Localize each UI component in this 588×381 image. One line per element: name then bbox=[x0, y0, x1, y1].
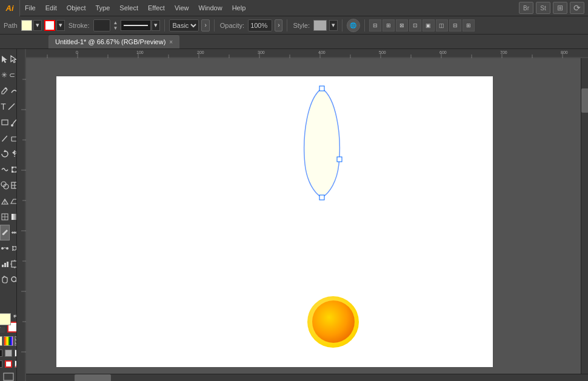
stroke-stepper[interactable]: ▲ ▼ bbox=[113, 20, 118, 31]
canvas-area[interactable]: 0 100 200 300 400 500 bbox=[17, 49, 588, 381]
align-icon-3[interactable]: ⊠ bbox=[396, 19, 408, 31]
mesh-tool[interactable] bbox=[0, 209, 10, 225]
fill-color-swatch[interactable] bbox=[21, 20, 32, 31]
svg-point-29 bbox=[2, 233, 5, 236]
color-area: ⇄ ⬛ bbox=[0, 310, 17, 370]
warp-tools-row bbox=[0, 162, 16, 177]
fill-stroke-icon[interactable] bbox=[0, 360, 2, 368]
opacity-input[interactable] bbox=[248, 19, 272, 31]
stroke-color-swatch[interactable] bbox=[44, 20, 55, 31]
rotate-tools-row bbox=[0, 146, 16, 162]
svg-point-35 bbox=[6, 247, 8, 250]
shape-builder-tool[interactable] bbox=[0, 177, 10, 193]
main-layout: ✳ ⊂ T bbox=[0, 49, 588, 381]
menu-type[interactable]: Type bbox=[91, 0, 115, 16]
hand-tool[interactable] bbox=[0, 272, 10, 288]
svg-rect-50 bbox=[4, 373, 13, 380]
rectangle-tool[interactable] bbox=[0, 114, 10, 130]
menu-view[interactable]: View bbox=[170, 0, 194, 16]
align-icon-8[interactable]: ⊞ bbox=[463, 19, 475, 31]
fill-dropdown-arrow[interactable]: ▾ bbox=[33, 20, 42, 31]
menu-object[interactable]: Object bbox=[62, 0, 91, 16]
line-tool[interactable] bbox=[7, 99, 16, 114]
blend-tool[interactable] bbox=[0, 240, 10, 256]
fill-stroke-swatches bbox=[0, 360, 17, 368]
perspective-tool[interactable] bbox=[0, 193, 10, 209]
left-toolbar: ✳ ⊂ T bbox=[0, 49, 17, 381]
zoom-tool[interactable] bbox=[10, 272, 17, 288]
artboard-tool[interactable] bbox=[10, 256, 17, 272]
gradient-tool[interactable] bbox=[10, 209, 17, 225]
type-tool[interactable]: T bbox=[0, 99, 7, 114]
lasso-tool[interactable]: ⊂ bbox=[8, 67, 17, 83]
anchor-bottom bbox=[319, 195, 324, 200]
style-dropdown-arrow[interactable]: ▾ bbox=[329, 20, 338, 31]
reflect-tool[interactable] bbox=[10, 146, 17, 162]
scroll-bottom[interactable] bbox=[26, 374, 588, 381]
stroke-dropdown-arrow[interactable]: ▾ bbox=[56, 20, 65, 31]
align-icon-5[interactable]: ▣ bbox=[423, 19, 435, 31]
svg-rect-80 bbox=[17, 49, 26, 381]
align-icon-6[interactable]: ◫ bbox=[436, 19, 448, 31]
screen-mode-btn[interactable] bbox=[3, 373, 14, 381]
fill-swatch[interactable] bbox=[0, 313, 11, 325]
warp-tool[interactable] bbox=[0, 162, 10, 177]
eyedropper-tool[interactable] bbox=[0, 225, 10, 240]
menu-help[interactable]: Help bbox=[227, 0, 251, 16]
magic-wand-tool[interactable]: ✳ bbox=[0, 67, 8, 83]
opacity-more-btn[interactable]: › bbox=[275, 19, 282, 31]
color-mode-buttons bbox=[0, 336, 17, 346]
symbol-spray-tool[interactable] bbox=[10, 240, 17, 256]
menu-effect[interactable]: Effect bbox=[143, 0, 170, 16]
perspective-select-tool[interactable] bbox=[10, 193, 17, 209]
menu-file[interactable]: File bbox=[20, 0, 41, 16]
color-mode-btn[interactable] bbox=[0, 336, 2, 346]
pencil-tool[interactable] bbox=[0, 130, 10, 146]
tab-close-btn[interactable]: × bbox=[169, 39, 173, 45]
svg-rect-41 bbox=[4, 263, 6, 267]
menu-edit[interactable]: Edit bbox=[41, 0, 62, 16]
stroke-width-input[interactable] bbox=[93, 19, 110, 31]
tab-title: Untitled-1* @ 66.67% (RGB/Preview) bbox=[55, 38, 165, 45]
rotate-tool[interactable] bbox=[0, 146, 10, 162]
opacity-preset-select[interactable]: Basic bbox=[169, 19, 199, 31]
default-colors-icon[interactable]: ⬛ bbox=[0, 327, 5, 333]
curvature-tool[interactable] bbox=[10, 83, 17, 99]
measure-tool[interactable] bbox=[10, 225, 17, 240]
free-transform-tool[interactable] bbox=[10, 162, 17, 177]
stroke-preset-dropdown[interactable]: ▾ bbox=[121, 20, 160, 31]
document-tab[interactable]: Untitled-1* @ 66.67% (RGB/Preview) × bbox=[48, 35, 179, 48]
align-icon-1[interactable]: ⊟ bbox=[369, 19, 381, 31]
svg-rect-43 bbox=[12, 261, 17, 267]
gradient-mode-btn[interactable] bbox=[4, 336, 13, 346]
sync-settings-icon[interactable]: ⟳ bbox=[570, 2, 584, 14]
align-icon-4[interactable]: ⊡ bbox=[409, 19, 421, 31]
column-graph-tool[interactable] bbox=[0, 256, 10, 272]
align-icon-2[interactable]: ⊞ bbox=[383, 19, 395, 31]
grey-swatch[interactable] bbox=[5, 350, 12, 357]
bridge-icon[interactable]: Br bbox=[519, 2, 533, 14]
svg-text:500: 500 bbox=[379, 50, 386, 55]
menu-window[interactable]: Window bbox=[194, 0, 227, 16]
stock-icon[interactable]: St bbox=[536, 2, 550, 14]
eraser-tool[interactable] bbox=[10, 130, 17, 146]
circle-orange-shape[interactable] bbox=[312, 300, 355, 343]
style-color-swatch[interactable] bbox=[313, 20, 327, 31]
stroke-preset-arrow[interactable]: ▾ bbox=[152, 20, 160, 31]
paintbrush-tool[interactable] bbox=[10, 114, 17, 130]
creative-cloud-icon[interactable]: 🌐 bbox=[347, 19, 360, 32]
scroll-right[interactable] bbox=[581, 58, 588, 381]
stroke-icon[interactable] bbox=[5, 360, 12, 368]
align-icon-7[interactable]: ⊟ bbox=[449, 19, 461, 31]
canvas-content[interactable] bbox=[26, 58, 588, 381]
direct-select-tool[interactable] bbox=[10, 51, 17, 67]
svg-text:100: 100 bbox=[136, 50, 144, 55]
leaf-svg[interactable] bbox=[296, 85, 350, 219]
menu-select[interactable]: Select bbox=[115, 0, 143, 16]
black-swatch[interactable] bbox=[0, 350, 2, 357]
workspace-switcher-icon[interactable]: ⊞ bbox=[553, 2, 567, 14]
live-paint-tool[interactable] bbox=[10, 177, 17, 193]
select-tool[interactable] bbox=[0, 51, 10, 67]
pen-tool[interactable] bbox=[0, 83, 10, 99]
opacity-edit-btn[interactable]: › bbox=[201, 19, 209, 31]
